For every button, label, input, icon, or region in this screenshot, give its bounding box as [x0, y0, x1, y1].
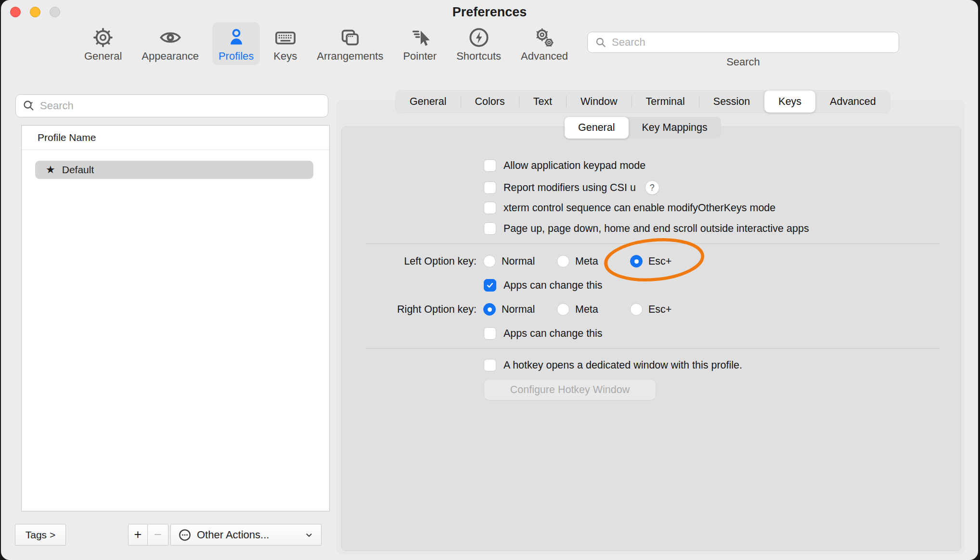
help-button[interactable]: ?	[645, 180, 659, 195]
tags-button[interactable]: Tags >	[15, 524, 66, 546]
profile-name: Default	[62, 164, 94, 176]
gear-icon	[91, 26, 115, 49]
checkbox-label: Apps can change this	[503, 280, 603, 292]
left-option-normal: Normal	[483, 255, 535, 267]
keys-subtabbar: General Key Mappings	[565, 117, 721, 139]
configure-hotkey-window-button[interactable]: Configure Hotkey Window	[484, 379, 656, 400]
radio-label: Meta	[575, 304, 598, 316]
star-icon: ★	[46, 165, 55, 175]
radio-button[interactable]	[630, 303, 643, 316]
cursor-icon	[408, 26, 431, 49]
toolbar-item-advanced[interactable]: Advanced	[515, 22, 574, 65]
toolbar-item-arrangements[interactable]: Arrangements	[310, 22, 389, 65]
checkbox-row-csi-u: Report modifiers using CSI u ?	[484, 180, 659, 195]
toolbar-item-keys[interactable]: Keys	[267, 22, 303, 65]
person-icon	[225, 26, 248, 49]
checkbox[interactable]	[484, 327, 496, 340]
profile-list: Profile Name ★ Default	[21, 125, 330, 511]
radio-label: Normal	[502, 304, 535, 316]
tab-general[interactable]: General	[396, 90, 461, 113]
section-divider	[365, 243, 940, 244]
search-icon	[594, 36, 607, 49]
subtab-key-mappings[interactable]: Key Mappings	[629, 117, 721, 139]
window-title: Preferences	[1, 5, 978, 20]
add-profile-button[interactable]: +	[128, 524, 148, 546]
checkbox-label: Allow application keypad mode	[503, 160, 645, 172]
radio-button[interactable]	[630, 255, 643, 267]
checkbox[interactable]	[484, 359, 496, 371]
toolbar-item-appearance[interactable]: Appearance	[135, 22, 205, 65]
eye-icon	[159, 26, 182, 49]
tab-window[interactable]: Window	[567, 90, 631, 113]
toolbar-label: Appearance	[142, 50, 199, 63]
checkbox-label: A hotkey opens a dedicated window with t…	[503, 359, 742, 371]
tab-colors[interactable]: Colors	[461, 90, 519, 113]
profile-search-input[interactable]: Search	[15, 94, 328, 117]
toolbar-label: Shortcuts	[456, 50, 501, 63]
profile-row-default[interactable]: ★ Default	[35, 161, 313, 179]
toolbar-item-pointer[interactable]: Pointer	[397, 22, 443, 65]
checkbox-row-scroll-outside: Page up, page down, home and end scroll …	[484, 222, 809, 235]
toolbar-search-label: Search	[587, 56, 899, 68]
toolbar-search-input[interactable]: Search	[587, 32, 899, 53]
tab-advanced[interactable]: Advanced	[816, 90, 890, 113]
tab-session[interactable]: Session	[699, 90, 764, 113]
left-option-esc: Esc+	[630, 255, 671, 267]
right-apps-can-change-row: Apps can change this	[484, 327, 603, 340]
toolbar-label: General	[84, 50, 122, 63]
checkbox[interactable]	[484, 159, 496, 172]
toolbar-label: Pointer	[403, 50, 437, 63]
checkbox[interactable]	[484, 202, 496, 214]
radio-label: Normal	[502, 255, 535, 267]
toolbar-label: Arrangements	[317, 50, 383, 63]
other-actions-dropdown[interactable]: Other Actions...	[170, 524, 322, 546]
circle-ellipsis-icon	[178, 528, 192, 542]
right-option-meta: Meta	[557, 303, 598, 316]
checkbox-label: xterm control sequence can enable modify…	[503, 202, 775, 214]
radio-label: Esc+	[648, 304, 671, 316]
tab-text[interactable]: Text	[519, 90, 566, 113]
hotkey-checkbox-row: A hotkey opens a dedicated window with t…	[484, 359, 742, 371]
toolbar-label: Keys	[273, 50, 297, 63]
radio-button[interactable]	[557, 255, 569, 267]
profile-tabbar: General Colors Text Window Terminal Sess…	[396, 90, 890, 113]
left-apps-can-change-row: Apps can change this	[484, 279, 603, 292]
checkbox-row-modify-other-keys: xterm control sequence can enable modify…	[484, 202, 775, 214]
left-option-meta: Meta	[557, 255, 598, 267]
search-icon	[22, 99, 36, 113]
toolbar-label: Profiles	[219, 50, 254, 63]
subtab-general[interactable]: General	[565, 117, 629, 139]
checkbox-row-keypad-mode: Allow application keypad mode	[484, 159, 645, 172]
chevron-down-icon	[304, 530, 314, 540]
tab-keys[interactable]: Keys	[764, 90, 815, 113]
tab-terminal[interactable]: Terminal	[632, 90, 699, 113]
checkbox-label: Page up, page down, home and end scroll …	[503, 223, 809, 235]
toolbar-label: Advanced	[521, 50, 568, 63]
toolbar-item-shortcuts[interactable]: Shortcuts	[450, 22, 507, 65]
left-option-key-label: Left Option key:	[338, 255, 477, 267]
toolbar-item-profiles[interactable]: Profiles	[212, 22, 260, 65]
section-divider	[365, 348, 940, 349]
other-actions-label: Other Actions...	[197, 529, 299, 541]
preferences-window: Preferences	[1, 0, 978, 560]
toolbar-search-item: Search Search	[587, 32, 899, 68]
checkbox-label: Apps can change this	[503, 328, 603, 340]
checkbox[interactable]	[484, 279, 496, 292]
right-option-esc: Esc+	[630, 303, 671, 316]
radio-label: Esc+	[648, 255, 671, 267]
remove-profile-button[interactable]: −	[147, 524, 168, 546]
right-option-key-label: Right Option key:	[338, 303, 477, 316]
toolbar-item-general[interactable]: General	[78, 22, 128, 65]
radio-button[interactable]	[483, 255, 496, 267]
checkbox[interactable]	[484, 181, 496, 194]
radio-button[interactable]	[483, 303, 496, 316]
radio-button[interactable]	[557, 303, 569, 316]
keyboard-icon	[274, 26, 297, 49]
toolbar-search-placeholder: Search	[612, 36, 645, 49]
gears-icon	[533, 26, 556, 49]
radio-label: Meta	[575, 255, 598, 267]
checkbox[interactable]	[484, 222, 496, 235]
windows-icon	[338, 26, 361, 49]
checkbox-label: Report modifiers using CSI u	[503, 182, 636, 194]
right-option-normal: Normal	[483, 303, 535, 316]
